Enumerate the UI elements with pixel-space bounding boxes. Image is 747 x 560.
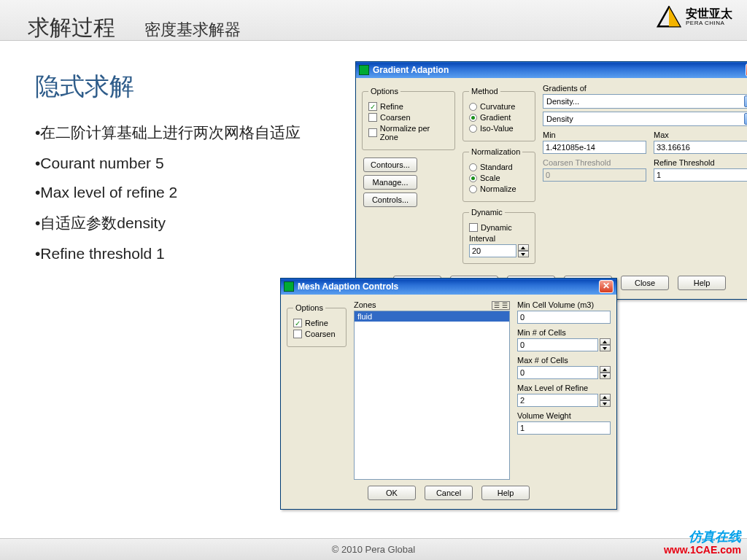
zones-select-toggle[interactable]: ☰ ☰ — [492, 301, 510, 310]
dialog-title: Gradient Adaption — [373, 65, 449, 75]
coarsen-threshold-input — [543, 168, 646, 182]
spinner-down-icon[interactable] — [600, 373, 611, 379]
max-label: Max — [654, 131, 747, 139]
options-group: Options ✓Refine Coarsen Normalize per Zo… — [362, 87, 455, 150]
spinner-up-icon[interactable] — [518, 244, 529, 251]
manage-button[interactable]: Manage... — [363, 175, 417, 190]
watermark: 仿真在线 www.1CAE.com — [664, 530, 741, 556]
close-button[interactable]: Close — [621, 276, 669, 290]
min-cells-input[interactable] — [517, 338, 598, 351]
dialog-title: Mesh Adaption Controls — [298, 281, 398, 292]
normalization-group: Normalization Standard Scale Normalize — [462, 147, 535, 202]
isovalue-radio[interactable]: Iso-Value — [469, 124, 529, 133]
gradients-dropdown-2[interactable]: Density — [543, 112, 747, 126]
titlebar[interactable]: Mesh Adaption Controls ✕ — [281, 279, 616, 295]
contours-button[interactable]: Contours... — [363, 158, 417, 172]
normalize-per-zone-checkbox[interactable]: Normalize per Zone — [368, 124, 449, 141]
help-button[interactable]: Help — [678, 276, 726, 290]
gradient-radio[interactable]: Gradient — [469, 113, 529, 122]
standard-radio[interactable]: Standard — [469, 163, 529, 171]
max-cells-input[interactable] — [517, 366, 598, 379]
scale-radio[interactable]: Scale — [469, 174, 529, 182]
mesh-adaption-controls-dialog: Mesh Adaption Controls ✕ Options ✓Refine… — [280, 278, 617, 510]
help-button[interactable]: Help — [481, 486, 530, 500]
max-input[interactable] — [654, 141, 747, 154]
coarsen-threshold-label: Coarsen Threshold — [543, 158, 646, 167]
min-cell-vol-input[interactable] — [517, 311, 611, 324]
page-subtitle: 密度基求解器 — [144, 19, 241, 41]
min-cells-label: Min # of Cells — [517, 328, 611, 337]
gradient-adaption-dialog: Gradient Adaption ✕ Options ✓Refine Coar… — [355, 61, 747, 300]
refine-checkbox[interactable]: ✓Refine — [293, 319, 340, 327]
brand-sub: PERA CHINA — [686, 20, 732, 26]
footer: © 2010 Pera Global — [0, 538, 747, 560]
normalize-radio[interactable]: Normalize — [469, 184, 529, 193]
dynamic-legend: Dynamic — [469, 208, 505, 217]
options-group: Options ✓Refine Coarsen — [287, 303, 347, 347]
dynamic-group: Dynamic Dynamic Interval — [462, 208, 535, 264]
watermark-title: 仿真在线 — [664, 530, 741, 545]
close-icon[interactable]: ✕ — [599, 280, 614, 293]
options-legend: Options — [293, 303, 325, 312]
max-refine-input[interactable] — [517, 394, 598, 407]
spinner-up-icon[interactable] — [600, 366, 611, 373]
app-icon — [359, 65, 369, 75]
vol-weight-input[interactable] — [517, 421, 611, 435]
slide-header: 求解过程 密度基求解器 安世亚太 PERA CHINA — [0, 0, 747, 41]
method-legend: Method — [469, 87, 500, 96]
zones-label: Zones — [354, 300, 376, 309]
ok-button[interactable]: OK — [368, 486, 416, 500]
normalization-legend: Normalization — [469, 147, 522, 156]
chevron-down-icon — [744, 113, 747, 125]
triangle-logo-icon — [657, 6, 681, 28]
app-icon — [284, 281, 294, 292]
min-label: Min — [543, 131, 646, 139]
brand-name: 安世亚太 — [686, 8, 732, 20]
interval-label: Interval — [469, 234, 529, 243]
controls-button[interactable]: Controls... — [363, 192, 417, 207]
cancel-button[interactable]: Cancel — [425, 486, 473, 500]
refine-checkbox[interactable]: ✓Refine — [368, 102, 449, 111]
pera-logo: 安世亚太 PERA CHINA — [657, 6, 732, 28]
spinner-down-icon[interactable] — [600, 345, 611, 351]
coarsen-checkbox[interactable]: Coarsen — [368, 113, 449, 122]
coarsen-checkbox[interactable]: Coarsen — [293, 330, 340, 338]
refine-threshold-label: Refine Threshold — [654, 158, 747, 167]
options-legend: Options — [368, 87, 400, 96]
max-refine-label: Max Level of Refine — [517, 384, 611, 392]
method-group: Method Curvature Gradient Iso-Value — [462, 87, 535, 141]
gradients-dropdown-1[interactable]: Density... — [543, 94, 747, 109]
curvature-radio[interactable]: Curvature — [469, 102, 529, 111]
chevron-down-icon — [744, 96, 747, 107]
zones-listbox[interactable]: fluid — [354, 311, 510, 480]
spinner-up-icon[interactable] — [600, 394, 611, 400]
spinner-down-icon[interactable] — [518, 251, 529, 257]
interval-input[interactable] — [469, 244, 516, 257]
max-cells-label: Max # of Cells — [517, 356, 611, 365]
vol-weight-label: Volume Weight — [517, 411, 611, 420]
gradients-of-label: Gradients of — [543, 84, 747, 93]
min-cell-vol-label: Min Cell Volume (m3) — [517, 300, 611, 309]
dynamic-checkbox[interactable]: Dynamic — [469, 223, 529, 232]
zone-item-fluid[interactable]: fluid — [355, 311, 509, 322]
refine-threshold-input[interactable] — [654, 168, 747, 182]
min-input[interactable] — [543, 141, 646, 154]
page-title: 求解过程 — [28, 13, 115, 43]
watermark-url: www.1CAE.com — [664, 545, 741, 556]
spinner-down-icon[interactable] — [600, 400, 611, 407]
titlebar[interactable]: Gradient Adaption ✕ — [356, 62, 747, 78]
spinner-up-icon[interactable] — [600, 338, 611, 345]
